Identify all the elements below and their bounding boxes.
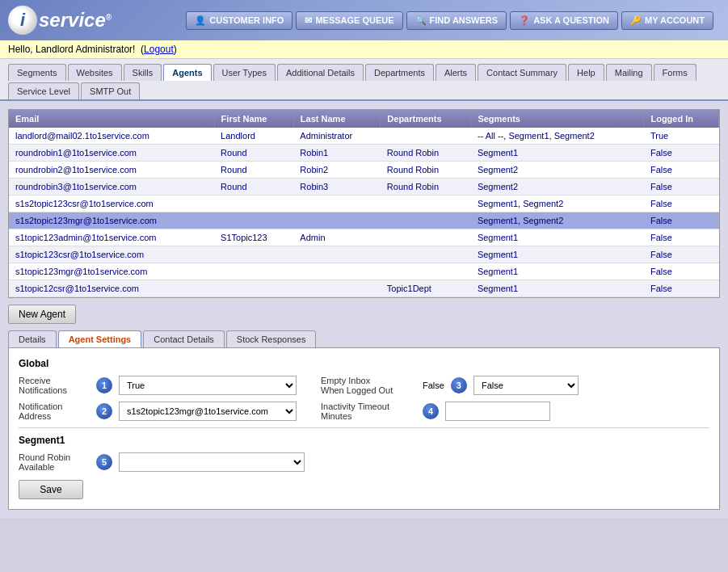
- cell-dept: Round Robin: [381, 145, 471, 162]
- cell-dept: [381, 196, 471, 212]
- logout-link[interactable]: Logout: [144, 44, 174, 55]
- sub-tab-details[interactable]: Details: [8, 330, 57, 347]
- table-row[interactable]: s1s2topic123mgr@1to1service.comSegment1,…: [9, 212, 719, 229]
- nav-my-account[interactable]: 🔑 MY ACCOUNT: [621, 11, 713, 30]
- logo: i service®: [8, 6, 112, 35]
- table-row[interactable]: roundrobin1@1to1service.comRoundRobin1Ro…: [9, 145, 719, 162]
- round-robin-field: Round RobinAvailable 5: [19, 452, 709, 472]
- tab-alerts[interactable]: Alerts: [436, 64, 476, 81]
- tab-help[interactable]: Help: [568, 64, 604, 81]
- tab-segments[interactable]: Segments: [8, 64, 66, 81]
- col-firstname: First Name: [214, 110, 293, 128]
- cell-segments: Segment1, Segment2: [471, 212, 644, 229]
- agent-table-wrapper: Email First Name Last Name Departments S…: [8, 109, 720, 298]
- badge-2: 2: [96, 403, 112, 419]
- table-row[interactable]: s1topic12csr@1to1service.comTopic1DeptSe…: [9, 280, 719, 297]
- nav-message-queue[interactable]: ✉ MESSAGE QUEUE: [296, 11, 402, 30]
- cell-email: roundrobin2@1to1service.com: [9, 162, 214, 179]
- notification-address-select[interactable]: s1s2topic123mgr@1to1service.com: [119, 402, 297, 421]
- table-row[interactable]: s1topic123csr@1to1service.comSegment1Fal…: [9, 246, 719, 263]
- tab-websites[interactable]: Websites: [68, 64, 122, 81]
- cell-dept: [381, 212, 471, 229]
- cell-last: [293, 280, 380, 297]
- tab-user-types[interactable]: User Types: [213, 64, 276, 81]
- inactivity-timeout-input[interactable]: [445, 402, 550, 421]
- cell-logged_in: False: [644, 212, 719, 229]
- cell-segments: Segment1: [471, 280, 644, 297]
- col-lastname: Last Name: [293, 110, 380, 128]
- new-agent-button[interactable]: New Agent: [8, 305, 76, 324]
- cell-logged_in: False: [644, 246, 719, 263]
- tab-contact-summary[interactable]: Contact Summary: [478, 64, 566, 81]
- cell-dept: [381, 128, 471, 145]
- segment1-section: Segment1 Round RobinAvailable 5: [19, 435, 709, 472]
- cell-email: s1topic123mgr@1to1service.com: [9, 263, 214, 280]
- round-robin-select[interactable]: [119, 452, 305, 472]
- receive-notifications-field: ReceiveNotifications 1 True False: [19, 376, 297, 395]
- badge-4: 4: [423, 403, 439, 419]
- nav-customer-info[interactable]: 👤 CUSTOMER INFO: [186, 11, 292, 30]
- empty-inbox-field: Empty InboxWhen Logged Out False 3 False…: [321, 376, 579, 395]
- tab-smtp-out[interactable]: SMTP Out: [81, 82, 140, 99]
- cell-first: [214, 263, 293, 280]
- tabs-bar: SegmentsWebsitesSkillsAgentsUser TypesAd…: [0, 59, 728, 101]
- tab-forms[interactable]: Forms: [654, 64, 696, 81]
- cell-logged_in: False: [644, 263, 719, 280]
- new-agent-area: New Agent: [8, 305, 720, 324]
- sub-tab-contact-details[interactable]: Contact Details: [143, 330, 225, 347]
- cell-logged_in: False: [644, 229, 719, 246]
- cell-segments: Segment1: [471, 246, 644, 263]
- cell-first: Round: [214, 145, 293, 162]
- table-row[interactable]: s1topic123admin@1to1service.comS1Topic12…: [9, 229, 719, 246]
- cell-last: [293, 196, 380, 212]
- round-robin-label: Round RobinAvailable: [19, 452, 91, 472]
- tab-service-level[interactable]: Service Level: [8, 82, 79, 99]
- sub-tabs: DetailsAgent SettingsContact DetailsStoc…: [8, 330, 720, 347]
- cell-dept: [381, 229, 471, 246]
- col-email: Email: [9, 110, 214, 128]
- save-button[interactable]: Save: [19, 480, 83, 499]
- cell-first: [214, 212, 293, 229]
- empty-inbox-select[interactable]: False True: [473, 376, 579, 395]
- col-segments: Segments: [471, 110, 644, 128]
- receive-notifications-select[interactable]: True False: [119, 376, 297, 395]
- tab-departments[interactable]: Departments: [365, 64, 434, 81]
- empty-inbox-value-text: False: [423, 381, 444, 390]
- notification-address-label: NotificationAddress: [19, 402, 91, 421]
- table-row[interactable]: s1topic123mgr@1to1service.comSegment1Fal…: [9, 263, 719, 280]
- tab-additional-details[interactable]: Additional Details: [277, 64, 364, 81]
- nav-find-answers[interactable]: 🔍 FIND ANSWERS: [406, 11, 507, 30]
- main-content: Email First Name Last Name Departments S…: [0, 101, 728, 518]
- tab-mailing[interactable]: Mailing: [606, 64, 652, 81]
- sub-tab-stock-responses[interactable]: Stock Responses: [226, 330, 317, 347]
- table-header-row: Email First Name Last Name Departments S…: [9, 110, 719, 128]
- logo-icon: i: [8, 6, 37, 35]
- col-departments: Departments: [381, 110, 471, 128]
- cell-dept: [381, 246, 471, 263]
- cell-first: S1Topic123: [214, 229, 293, 246]
- cell-first: [214, 280, 293, 297]
- sub-tab-agent-settings[interactable]: Agent Settings: [58, 330, 142, 347]
- tab-agents[interactable]: Agents: [163, 64, 211, 81]
- cell-dept: [381, 263, 471, 280]
- table-row[interactable]: s1s2topic123csr@1to1service.comSegment1,…: [9, 196, 719, 212]
- tab-skills[interactable]: Skills: [124, 64, 162, 81]
- global-section-title: Global: [19, 358, 709, 369]
- cell-email: s1topic12csr@1to1service.com: [9, 280, 214, 297]
- agent-table-body: landlord@mail02.1to1service.comLandlordA…: [9, 128, 719, 297]
- table-row[interactable]: landlord@mail02.1to1service.comLandlordA…: [9, 128, 719, 145]
- cell-email: s1s2topic123mgr@1to1service.com: [9, 212, 214, 229]
- cell-last: Robin3: [293, 179, 380, 196]
- empty-inbox-label: Empty InboxWhen Logged Out: [321, 376, 418, 395]
- badge-3: 3: [451, 377, 467, 393]
- search-icon: 🔍: [415, 15, 427, 26]
- question-icon: ❓: [519, 15, 530, 26]
- table-row[interactable]: roundrobin2@1to1service.comRoundRobin2Ro…: [9, 162, 719, 179]
- settings-panel: Global ReceiveNotifications 1 True False…: [8, 347, 720, 510]
- person-icon: 👤: [195, 15, 206, 26]
- table-row[interactable]: roundrobin3@1to1service.comRoundRobin3Ro…: [9, 179, 719, 196]
- nav-ask-question[interactable]: ❓ ASK A QUESTION: [510, 11, 618, 30]
- cell-segments: -- All --, Segment1, Segment2: [471, 128, 644, 145]
- cell-segments: Segment1, Segment2: [471, 196, 644, 212]
- section-divider: [19, 427, 709, 428]
